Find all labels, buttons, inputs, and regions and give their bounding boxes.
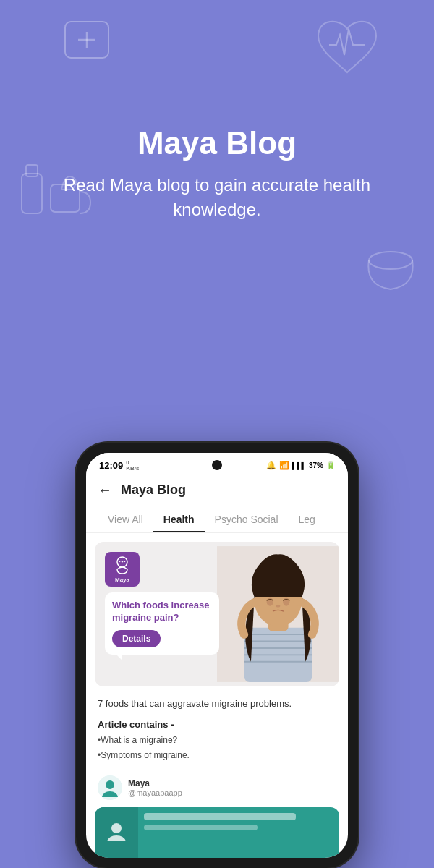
app-header: ← Maya Blog [86,475,348,506]
svg-point-6 [369,252,412,269]
svg-point-19 [276,605,281,608]
hero-section: Maya Blog Read Maya blog to gain accurat… [0,0,434,347]
battery-icon: 🔋 [326,461,335,469]
card-image [217,542,339,686]
tab-leg[interactable]: Leg [289,506,326,532]
bullet-1: •What is a migraine? [98,733,336,747]
author-row: Maya @mayaapaapp [86,768,348,807]
phone-notch [212,460,222,470]
article-section: 7 foods that can aggravate migraine prob… [86,686,348,768]
svg-rect-0 [65,22,109,58]
article-bullets: •What is a migraine? •Symptoms of migrai… [98,733,336,762]
back-button[interactable]: ← [98,482,112,498]
tab-health[interactable]: Health [153,506,205,532]
maya-logo: Maya [105,552,140,587]
signal-icon: ▌▌▌ [292,462,306,469]
kb-indicator: 0KB/s [126,460,139,472]
hero-subtitle: Read Maya blog to gain accurate health k… [0,173,434,221]
svg-point-22 [111,823,122,833]
tab-view-all[interactable]: View All [98,506,153,532]
hero-title: Maya Blog [137,125,297,161]
bullet-2: •Symptoms of migraine. [98,748,336,762]
preview-image-area [95,807,138,858]
article-contains-label: Article contains - [98,719,336,730]
author-avatar [98,775,122,800]
battery-indicator: 37% [309,461,323,469]
card-bubble: Which foods increase migraine pain? Deta… [105,592,219,655]
preview-content [138,807,339,858]
alarm-icon: 🔔 [266,461,276,470]
details-button[interactable]: Details [112,630,161,647]
status-time: 12:09 [99,460,123,471]
card-overlay: Maya Which foods increase migraine pain?… [95,542,229,686]
bottom-preview-card[interactable] [95,807,339,858]
svg-point-21 [106,780,114,789]
author-name: Maya [128,778,182,788]
status-icons: 🔔 📶 ▌▌▌ 37% 🔋 [266,461,335,470]
logo-text: Maya [115,576,129,583]
page-wrapper: Maya Blog Read Maya blog to gain accurat… [0,0,434,868]
blog-card[interactable]: Maya Which foods increase migraine pain?… [95,542,339,686]
article-description: 7 foods that can aggravate migraine prob… [98,697,336,711]
card-question: Which foods increase migraine pain? [112,600,212,624]
tab-psycho-social[interactable]: Psycho Social [205,506,289,532]
author-info: Maya @mayaapaapp [128,778,182,797]
author-handle: @mayaapaapp [128,788,182,797]
tabs-bar: View All Health Psycho Social Leg [86,506,348,533]
wifi-icon: 📶 [279,461,289,470]
phone-mockup: 12:09 0KB/s 🔔 📶 ▌▌▌ 37% 🔋 ← Maya [76,443,358,868]
app-header-title: Maya Blog [121,482,186,498]
